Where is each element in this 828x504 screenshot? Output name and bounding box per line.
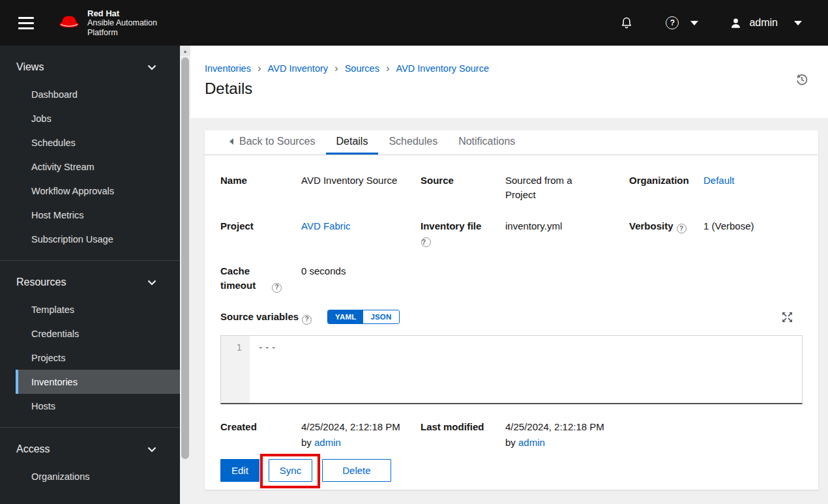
expand-arrows-icon	[782, 312, 793, 323]
sidebar-nav: Views Dashboard Jobs Schedules Activity …	[0, 46, 180, 504]
name-label: Name	[220, 173, 301, 202]
help-icon[interactable]: ?	[272, 283, 282, 293]
source-value: Sourced from a Project	[505, 173, 582, 202]
nav-group-access: Access Organizations	[0, 427, 180, 497]
chevron-right-icon: ›	[386, 63, 390, 74]
help-glyph: ?	[670, 18, 675, 27]
sidebar-item-credentials[interactable]: Credentials	[16, 321, 180, 346]
sidebar-item-organizations[interactable]: Organizations	[16, 464, 180, 488]
caret-down-icon	[794, 21, 802, 25]
brand-logo: Red Hat Ansible Automation Platform	[56, 8, 157, 38]
page-header: Inventories › AVD Inventory › Sources › …	[190, 46, 828, 118]
detail-row-3: Cache timeout? 0 seconds	[220, 264, 803, 310]
nav-group-access-header[interactable]: Access	[0, 438, 180, 464]
sidebar-item-activity-stream[interactable]: Activity Stream	[16, 155, 180, 179]
project-label: Project	[220, 219, 301, 248]
sidebar-item-host-metrics[interactable]: Host Metrics	[16, 203, 180, 227]
sidebar-item-hosts[interactable]: Hosts	[16, 394, 180, 418]
sync-button-wrapper: Sync	[269, 459, 312, 482]
sidebar-item-inventories[interactable]: Inventories	[16, 370, 180, 394]
help-icon[interactable]: ?	[421, 237, 431, 247]
source-label: Source	[421, 173, 505, 202]
delete-button[interactable]: Delete	[322, 459, 391, 482]
masthead: Red Hat Ansible Automation Platform ?	[0, 0, 828, 46]
variables-code-editor[interactable]: 1 ---	[220, 335, 803, 404]
help-icon[interactable]: ?	[677, 224, 687, 233]
caret-down-icon	[690, 21, 698, 25]
sidebar-item-subscription-usage[interactable]: Subscription Usage	[16, 227, 180, 251]
project-link[interactable]: AVD Fabric	[301, 220, 351, 231]
detail-row-2: Project AVD Fabric Inventory file ? inve…	[220, 219, 803, 265]
source-variables-label: Source variables?	[220, 310, 312, 325]
chevron-right-icon: ›	[334, 63, 338, 74]
nav-group-resources-label: Resources	[16, 276, 66, 288]
sync-button[interactable]: Sync	[269, 459, 312, 482]
modified-by-user-link[interactable]: admin	[518, 437, 545, 448]
tab-back-to-sources[interactable]: Back to Sources	[219, 130, 326, 155]
editor-content[interactable]: ---	[250, 336, 802, 403]
masthead-actions: ? admin	[620, 0, 828, 46]
redhat-fedora-icon	[56, 14, 82, 31]
verbosity-value: 1 (Verbose)	[703, 219, 803, 248]
scrollbar-up-arrow-icon[interactable]: ▲	[180, 46, 190, 56]
chevron-down-icon	[147, 65, 156, 70]
brand-line-1: Red Hat	[87, 8, 157, 18]
page-body: Back to Sources Details Schedules Notifi…	[190, 118, 828, 490]
json-toggle-button[interactable]: JSON	[363, 310, 398, 323]
sidebar-item-projects[interactable]: Projects	[16, 346, 180, 370]
sidebar-item-schedules[interactable]: Schedules	[16, 130, 180, 155]
organization-label: Organization	[629, 173, 703, 202]
help-icon[interactable]: ?	[302, 315, 312, 325]
nav-group-views-header[interactable]: Views	[0, 56, 180, 82]
sidebar-scrollbar[interactable]: ▲	[180, 46, 190, 504]
history-button[interactable]	[795, 73, 808, 86]
tab-schedules[interactable]: Schedules	[378, 130, 448, 155]
brand-line-2: Ansible Automation	[87, 18, 157, 28]
breadcrumb-avd-inventory-source[interactable]: AVD Inventory Source	[396, 63, 489, 74]
help-menu-button[interactable]: ?	[666, 16, 698, 29]
brand-text: Red Hat Ansible Automation Platform	[87, 8, 157, 38]
variables-format-toggle: YAML JSON	[327, 310, 399, 324]
yaml-toggle-button[interactable]: YAML	[328, 310, 363, 323]
breadcrumb-inventories[interactable]: Inventories	[205, 63, 251, 74]
nav-group-resources-header[interactable]: Resources	[0, 271, 180, 297]
chevron-down-icon	[147, 280, 156, 286]
scrollbar-thumb[interactable]	[181, 57, 189, 459]
user-menu-button[interactable]: admin	[730, 17, 802, 29]
sidebar-item-jobs[interactable]: Jobs	[16, 106, 180, 130]
organization-link[interactable]: Default	[703, 175, 735, 186]
details-card: Back to Sources Details Schedules Notifi…	[205, 130, 818, 490]
edit-button[interactable]: Edit	[220, 459, 259, 482]
sidebar-item-templates[interactable]: Templates	[16, 297, 180, 321]
tab-bar: Back to Sources Details Schedules Notifi…	[205, 130, 818, 155]
nav-group-views-label: Views	[16, 61, 44, 73]
detail-row-timestamps: Created 4/25/2024, 2:12:18 PM by admin L…	[220, 420, 803, 458]
chevron-down-icon	[147, 447, 156, 452]
bell-icon	[620, 16, 633, 29]
created-label: Created	[220, 420, 301, 451]
brand-line-3: Platform	[87, 28, 157, 38]
page-title: Details	[205, 80, 828, 98]
details-panel: Name AVD Inventory Source Source Sourced…	[205, 155, 818, 482]
tab-details[interactable]: Details	[326, 130, 379, 155]
breadcrumb-sources[interactable]: Sources	[345, 63, 379, 74]
expand-editor-button[interactable]	[782, 312, 793, 323]
source-variables-row: Source variables? YAML JSON	[220, 310, 803, 325]
breadcrumb-avd-inventory[interactable]: AVD Inventory	[268, 63, 328, 74]
sidebar-item-dashboard[interactable]: Dashboard	[16, 82, 180, 106]
editor-line-number: 1	[221, 336, 250, 403]
detail-row-1: Name AVD Inventory Source Source Sourced…	[220, 173, 803, 219]
tab-notifications[interactable]: Notifications	[448, 130, 525, 155]
nav-toggle-button[interactable]	[14, 13, 38, 33]
caret-left-icon	[229, 138, 233, 145]
created-value: 4/25/2024, 2:12:18 PM by admin	[301, 420, 421, 451]
nav-group-resources: Resources Templates Credentials Projects…	[0, 260, 180, 427]
hamburger-icon	[18, 17, 34, 19]
breadcrumb: Inventories › AVD Inventory › Sources › …	[205, 63, 828, 74]
created-by-user-link[interactable]: admin	[314, 437, 341, 448]
sidebar-item-workflow-approvals[interactable]: Workflow Approvals	[16, 179, 180, 203]
cache-timeout-value: 0 seconds	[301, 264, 421, 293]
tab-back-label: Back to Sources	[239, 136, 316, 147]
notifications-button[interactable]	[620, 16, 633, 29]
nav-group-access-label: Access	[16, 443, 50, 455]
